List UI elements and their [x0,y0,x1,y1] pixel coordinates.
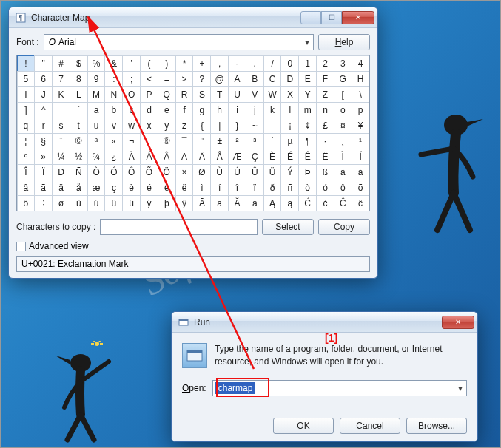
char-cell[interactable]: ^ [34,102,53,118]
char-cell[interactable]: ` [70,102,88,118]
char-cell[interactable]: e [158,102,176,118]
char-cell[interactable]: \ [352,86,370,103]
char-cell[interactable]: ] [17,102,36,118]
char-cell[interactable]: ô [334,180,352,196]
char-cell[interactable]: Ă [228,195,246,211]
char-cell[interactable]: Ð [52,164,70,180]
char-cell[interactable]: ó [316,180,334,196]
char-cell[interactable]: d [140,102,158,118]
char-cell[interactable]: w [122,118,141,134]
char-cell[interactable]: M [87,86,106,103]
char-cell[interactable]: W [263,86,282,103]
char-cell[interactable]: ò [298,180,317,196]
char-cell[interactable]: ì [192,180,211,196]
char-cell[interactable]: ³ [246,133,264,149]
char-cell[interactable]: × [175,164,194,180]
char-cell[interactable]: } [228,118,246,134]
char-cell[interactable]: D [280,71,299,87]
char-cell[interactable]: , [210,55,229,72]
char-cell[interactable]: ¼ [52,149,70,165]
char-cell[interactable]: ø [52,195,70,211]
char-cell[interactable]: X [280,86,299,103]
char-cell[interactable]: " [34,55,53,72]
char-cell[interactable]: ´ [263,133,282,149]
char-cell[interactable]: · [316,133,334,149]
char-cell[interactable]: c [122,102,141,118]
advanced-view-checkbox[interactable] [16,242,26,251]
char-cell[interactable]: q [17,118,36,134]
char-cell[interactable]: Z [316,86,334,103]
char-cell[interactable]: ç [104,180,123,196]
char-cell[interactable]: ° [192,133,211,149]
char-cell[interactable]: ć [316,195,334,211]
char-cell[interactable]: ï [246,180,264,196]
char-cell[interactable]: 4 [352,55,370,72]
char-cell[interactable]: þ [158,195,176,211]
char-cell[interactable]: ² [228,133,246,149]
char-cell[interactable]: = [158,71,176,87]
char-cell[interactable] [263,118,282,134]
char-cell[interactable]: G [334,71,352,87]
char-cell[interactable]: Ä [192,149,211,165]
char-cell[interactable]: Á [140,149,158,165]
char-cell[interactable]: ñ [280,180,299,196]
char-cell[interactable]: _ [52,102,70,118]
char-cell[interactable]: 7 [52,71,70,87]
char-cell[interactable]: È [263,149,282,165]
char-cell[interactable]: v [104,118,123,134]
char-cell[interactable]: y [158,118,176,134]
char-cell[interactable]: ( [140,55,158,72]
char-cell[interactable]: õ [352,180,370,196]
char-cell[interactable]: T [210,86,229,103]
char-cell[interactable]: Û [246,164,264,180]
char-cell[interactable]: r [34,118,53,134]
run-close-button[interactable]: ✕ [442,316,474,329]
char-cell[interactable]: Ö [158,164,176,180]
char-cell[interactable]: Ø [192,164,211,180]
char-cell[interactable]: » [34,149,53,165]
char-cell[interactable]: / [263,55,282,72]
char-cell[interactable]: © [70,133,88,149]
char-cell[interactable]: á [352,164,370,180]
char-cell[interactable]: ~ [246,118,264,134]
char-cell[interactable]: f [175,102,194,118]
char-cell[interactable]: R [175,86,194,103]
char-cell[interactable]: i [228,102,246,118]
char-cell[interactable]: É [280,149,299,165]
char-cell[interactable]: § [34,133,53,149]
char-cell[interactable]: Ã [175,149,194,165]
char-cell[interactable]: Ç [246,149,264,165]
char-cell[interactable]: t [70,118,88,134]
char-cell[interactable]: 3 [334,55,352,72]
char-cell[interactable]: @ [210,71,229,87]
char-cell[interactable]: Ú [228,164,246,180]
char-cell[interactable]: [ [334,86,352,103]
characters-to-copy-input[interactable] [100,219,258,235]
char-cell[interactable]: ) [158,55,176,72]
char-cell[interactable]: ù [70,195,88,211]
open-combobox[interactable]: charmap [212,380,467,396]
char-cell[interactable]: J [34,86,53,103]
char-cell[interactable]: ¤ [334,118,352,134]
char-cell[interactable]: F [316,71,334,87]
char-cell[interactable]: ª [87,133,106,149]
char-cell[interactable]: B [246,71,264,87]
char-cell[interactable]: ö [17,195,36,211]
char-cell[interactable]: ± [210,133,229,149]
char-cell[interactable]: Å [210,149,229,165]
char-cell[interactable]: ý [140,195,158,211]
run-titlebar[interactable]: Run ✕ [172,312,477,333]
char-cell[interactable]: O [122,86,141,103]
char-cell[interactable]: | [210,118,229,134]
char-cell[interactable]: Ĉ [334,195,352,211]
char-cell[interactable]: 5 [17,71,36,87]
char-cell[interactable]: u [87,118,106,134]
char-cell[interactable]: å [70,180,88,196]
char-cell[interactable]: Þ [298,164,317,180]
char-cell[interactable]: ă [246,195,264,211]
char-cell[interactable]: æ [87,180,106,196]
char-cell[interactable]: x [140,118,158,134]
char-cell[interactable]: µ [280,133,299,149]
char-cell[interactable]: ? [192,71,211,87]
char-cell[interactable]: ' [122,55,141,72]
